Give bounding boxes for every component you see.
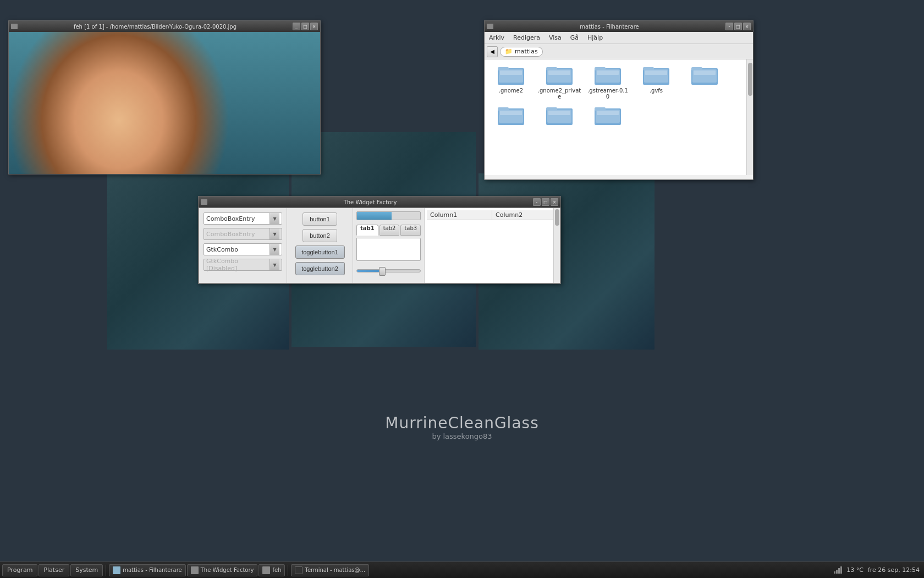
taskbar: Program Platser System mattias - Filhant…: [0, 561, 924, 578]
taskbar-fm-label: mattias - Filhanterare: [123, 567, 182, 573]
folder-8[interactable]: [586, 104, 630, 128]
feh-maximize[interactable]: □: [301, 23, 309, 30]
fm-scrollbar[interactable]: [746, 59, 753, 175]
folder-gstreamer-label: .gstreamer-0.10: [586, 88, 630, 100]
fm-back-button[interactable]: ◀: [487, 46, 498, 57]
feh-title: feh [1 of 1] - /home/mattias/Bilder/Yuko…: [20, 24, 290, 30]
progress-bar: [356, 211, 421, 220]
folder-5[interactable]: [683, 64, 727, 100]
folder-gvfs[interactable]: .gvfs: [634, 64, 678, 100]
fm-menubar: Arkiv Redigera Visa Gå Hjälp: [485, 32, 753, 44]
taskbar-sep1: [106, 565, 106, 576]
combo3-text: GtkCombo: [206, 246, 270, 253]
feh-titlebar[interactable]: feh [1 of 1] - /home/mattias/Bilder/Yuko…: [9, 21, 320, 32]
folder-6[interactable]: [489, 104, 533, 128]
folder-gnome2[interactable]: .gnome2: [489, 64, 533, 100]
fm-maximize[interactable]: □: [734, 23, 742, 30]
combo-box-entry-2-disabled: ComboBoxEntry ▼: [204, 228, 282, 240]
fm-menu-arkiv[interactable]: Arkiv: [487, 33, 507, 42]
fm-scroll-thumb[interactable]: [748, 63, 752, 96]
tree-scrollbar[interactable]: [553, 208, 560, 283]
combo1-text: ComboBoxEntry: [206, 215, 270, 222]
fm-menu-ga[interactable]: Gå: [568, 33, 581, 42]
widget-titlebar[interactable]: The Widget Factory - □ ×: [199, 197, 560, 208]
svg-rect-15: [645, 70, 667, 75]
combo-box-entry-1[interactable]: ComboBoxEntry ▼: [204, 212, 282, 225]
widget-maximize[interactable]: □: [542, 198, 549, 206]
taskbar-platser-label: Platser: [43, 566, 64, 574]
togglebutton2[interactable]: togglebutton2: [295, 262, 345, 275]
fm-menu-hjalp[interactable]: Hjälp: [585, 33, 605, 42]
taskbar-win-feh[interactable]: feh: [258, 564, 285, 576]
desktop-text: MurrineCleanGlass by lassekongo83: [385, 414, 538, 440]
fm-toolbar: ◀ 📁 mattias: [485, 44, 753, 59]
fm-menu-visa[interactable]: Visa: [547, 33, 564, 42]
taskbar-wf-icon: [191, 566, 199, 574]
taskbar-program-label: Program: [7, 566, 32, 574]
svg-rect-35: [840, 566, 842, 574]
svg-rect-7: [548, 70, 570, 75]
svg-rect-34: [838, 568, 840, 574]
feh-image-content: [9, 32, 320, 174]
feh-controls[interactable]: _ □ ×: [293, 23, 318, 30]
button2[interactable]: button2: [302, 229, 337, 242]
combo1-arrow[interactable]: ▼: [270, 213, 279, 224]
taskbar-left: Program Platser System mattias - Filhant…: [0, 564, 371, 576]
widget-close[interactable]: ×: [551, 198, 558, 206]
taskbar-datetime: fre 26 sep, 12:54: [868, 566, 920, 574]
tab-tab3[interactable]: tab3: [400, 225, 421, 236]
togglebutton1[interactable]: togglebutton1: [295, 246, 345, 259]
feh-close[interactable]: ×: [310, 23, 318, 30]
slider-thumb[interactable]: [379, 267, 386, 276]
feh-menu-icon: [11, 24, 18, 29]
tab-tab1[interactable]: tab1: [356, 225, 378, 236]
widget-combo-panel: ComboBoxEntry ▼ ComboBoxEntry ▼ GtkCombo…: [199, 208, 287, 283]
folder-gstreamer[interactable]: .gstreamer-0.10: [586, 64, 630, 100]
folder-gnome2-icon: [498, 64, 524, 86]
folder-7[interactable]: [537, 104, 581, 128]
fm-content: .gnome2 .gnome2_private: [485, 59, 746, 175]
taskbar-terminal[interactable]: Terminal - mattias@...: [291, 564, 369, 576]
slider-track[interactable]: [356, 269, 421, 272]
combo3-arrow[interactable]: ▼: [270, 244, 279, 255]
feh-minimize[interactable]: _: [293, 23, 300, 30]
filemanager-titlebar[interactable]: mattias - Filhanterare - □ ×: [485, 21, 753, 32]
fm-menu-redigera[interactable]: Redigera: [511, 33, 542, 42]
tree-scroll-thumb[interactable]: [555, 209, 559, 226]
tree-col1: Column1: [427, 210, 492, 220]
fm-close[interactable]: ×: [743, 23, 751, 30]
taskbar-wf-label: The Widget Factory: [201, 567, 254, 573]
fm-location-text: mattias: [515, 48, 538, 55]
folder-5-icon: [691, 64, 718, 86]
tab-tab2[interactable]: tab2: [380, 225, 400, 236]
fm-controls[interactable]: - □ ×: [725, 23, 751, 30]
svg-rect-23: [500, 111, 522, 115]
svg-rect-19: [694, 70, 716, 75]
taskbar-platser[interactable]: Platser: [38, 564, 69, 576]
widget-tree-panel: Column1 Column2: [425, 208, 560, 283]
folder-gnome2private-label: .gnome2_private: [537, 88, 581, 100]
widget-menu-icon: [201, 199, 207, 205]
widget-factory-window: The Widget Factory - □ × ComboBoxEntry ▼…: [198, 196, 561, 284]
widget-minimize[interactable]: -: [533, 198, 541, 206]
taskbar-system-label: System: [75, 566, 98, 574]
taskbar-terminal-label: Terminal - mattias@...: [305, 567, 365, 573]
taskbar-temperature: 13 °C: [846, 566, 864, 574]
taskbar-win-filemanager[interactable]: mattias - Filhanterare: [109, 564, 186, 576]
taskbar-fm-icon: [113, 566, 120, 574]
taskbar-program[interactable]: Program: [2, 564, 37, 576]
taskbar-win-widgetfactory[interactable]: The Widget Factory: [187, 564, 258, 576]
svg-rect-32: [834, 571, 835, 574]
taskbar-system[interactable]: System: [70, 564, 103, 576]
widget-middle-panel: tab1 tab2 tab3: [353, 208, 425, 283]
fm-minimize[interactable]: -: [725, 23, 733, 30]
fm-location[interactable]: 📁 mattias: [500, 47, 543, 57]
combo4-text: GtkCombo [Disabled]: [206, 258, 270, 272]
tab-content-area: [356, 238, 421, 261]
taskbar-feh-icon: [262, 566, 270, 574]
button1[interactable]: button1: [302, 212, 337, 226]
widget-controls[interactable]: - □ ×: [533, 198, 558, 206]
folder-gnome2-private[interactable]: .gnome2_private: [537, 64, 581, 100]
gtk-combo-1[interactable]: GtkCombo ▼: [204, 243, 282, 255]
folder-gstreamer-icon: [595, 64, 621, 86]
